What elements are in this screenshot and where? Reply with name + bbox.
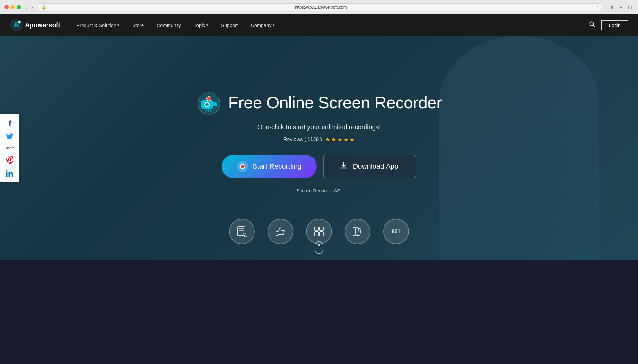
download-icon	[339, 161, 348, 172]
minimize-button[interactable]	[11, 5, 15, 9]
scroll-mouse	[315, 241, 323, 254]
star-4: ★	[343, 136, 349, 143]
svg-rect-26	[320, 232, 323, 236]
sidebar-button[interactable]: ⊡	[626, 4, 634, 11]
logo-icon: A	[10, 18, 23, 32]
social-sidebar: Share	[0, 114, 19, 182]
refresh-icon: ↺	[595, 5, 599, 10]
nav-item-topic[interactable]: Topic ▾	[187, 14, 215, 36]
nav-item-support[interactable]: Support	[215, 14, 245, 36]
linkedin-icon[interactable]	[6, 170, 13, 177]
hero-title: Free Online Screen Recorder	[228, 93, 442, 113]
navbar: A Apowersoft Product & Solution ▾ Store …	[0, 14, 638, 36]
hero-title-row: Free Online Screen Recorder	[196, 90, 442, 116]
svg-rect-6	[6, 172, 8, 177]
reviews-text: Reviews ( 1129 )	[283, 137, 322, 142]
nav-items: Product & Solution ▾ Store Community Top…	[70, 14, 589, 36]
hero-buttons: Start Recording Download App	[196, 155, 442, 178]
scroll-wheel	[318, 244, 320, 246]
feature-icon-thumbsup[interactable]	[268, 219, 293, 244]
forward-button[interactable]: ›	[30, 4, 35, 11]
fullscreen-button[interactable]	[17, 5, 21, 9]
hero-subtitle: One-click to start your unlimited record…	[196, 123, 442, 131]
pinterest-icon[interactable]	[6, 156, 13, 164]
star-3: ★	[337, 136, 342, 143]
start-recording-button[interactable]: Start Recording	[222, 155, 317, 178]
svg-point-13	[207, 97, 211, 101]
reviews-row: Reviews ( 1129 ) ★ ★ ★ ★ ★	[196, 136, 442, 143]
books-icon	[352, 226, 363, 237]
feature-icon-books[interactable]	[345, 219, 370, 244]
new-tab-button[interactable]: +	[618, 4, 624, 11]
svg-rect-25	[315, 232, 318, 236]
login-button[interactable]: Login	[601, 20, 628, 30]
svg-point-7	[6, 170, 8, 172]
scroll-indicator	[315, 241, 323, 254]
svg-line-5	[593, 25, 595, 27]
nav-right: Login	[589, 20, 628, 30]
recorder-icon	[196, 90, 222, 116]
nav-item-company[interactable]: Company ▾	[245, 14, 281, 36]
hero-person-silhouette	[439, 36, 599, 260]
search-docs-icon	[236, 225, 248, 238]
star-2: ★	[331, 136, 336, 143]
chevron-down-icon: ▾	[206, 23, 208, 27]
download-svg	[339, 161, 348, 170]
back-button[interactable]: ‹	[24, 4, 29, 11]
search-icon	[589, 21, 595, 28]
feature-icon-dashboard[interactable]	[306, 219, 332, 244]
hero-section: Share	[0, 36, 638, 260]
twitter-icon[interactable]	[6, 132, 13, 140]
svg-rect-27	[353, 228, 355, 235]
api-link[interactable]: Screen Recorder API	[196, 188, 442, 193]
nav-item-product[interactable]: Product & Solution ▾	[70, 14, 126, 36]
share-label: Share	[4, 146, 15, 150]
svg-rect-17	[238, 227, 245, 236]
logo[interactable]: A Apowersoft	[10, 18, 60, 32]
svg-rect-24	[320, 227, 323, 230]
url-text: https://www.apowersoft.com	[49, 5, 592, 10]
svg-point-11	[205, 103, 209, 106]
star-half: ★	[349, 136, 355, 143]
comment-count: 901	[392, 229, 401, 234]
hero-content: Free Online Screen Recorder One-click to…	[190, 90, 448, 206]
nav-item-store[interactable]: Store	[126, 14, 150, 36]
chevron-down-icon: ▾	[273, 23, 275, 27]
address-bar[interactable]: 🔒 https://www.apowersoft.com ↺	[38, 3, 602, 11]
close-button[interactable]	[4, 5, 9, 9]
traffic-lights	[4, 5, 21, 9]
feature-icon-comments[interactable]: 901	[383, 219, 409, 244]
feature-icon-search[interactable]	[229, 219, 255, 244]
star-1: ★	[325, 136, 330, 143]
svg-rect-12	[213, 102, 217, 106]
chevron-down-icon: ▾	[117, 23, 119, 27]
logo-text: Apowersoft	[25, 21, 60, 29]
facebook-icon[interactable]	[6, 119, 13, 127]
svg-rect-23	[315, 227, 318, 230]
dashboard-icon	[313, 226, 325, 237]
website: A Apowersoft Product & Solution ▾ Store …	[0, 14, 638, 260]
thumbsup-icon	[275, 226, 286, 237]
download-app-button[interactable]: Download App	[323, 155, 416, 178]
lock-icon: 🔒	[41, 5, 46, 10]
search-button[interactable]	[589, 21, 595, 29]
nav-item-community[interactable]: Community	[150, 14, 187, 36]
svg-point-3	[18, 21, 20, 23]
recorder-icon-wrap	[196, 90, 222, 116]
star-rating: ★ ★ ★ ★ ★	[325, 136, 355, 143]
share-button[interactable]: ⬆	[608, 4, 616, 11]
record-icon	[237, 161, 248, 172]
svg-line-22	[246, 236, 247, 237]
hero-bottom-icons: 901	[229, 219, 409, 244]
record-dot	[240, 164, 245, 169]
browser-chrome: ‹ › 🔒 https://www.apowersoft.com ↺ ⬆ + ⊡	[0, 0, 638, 14]
